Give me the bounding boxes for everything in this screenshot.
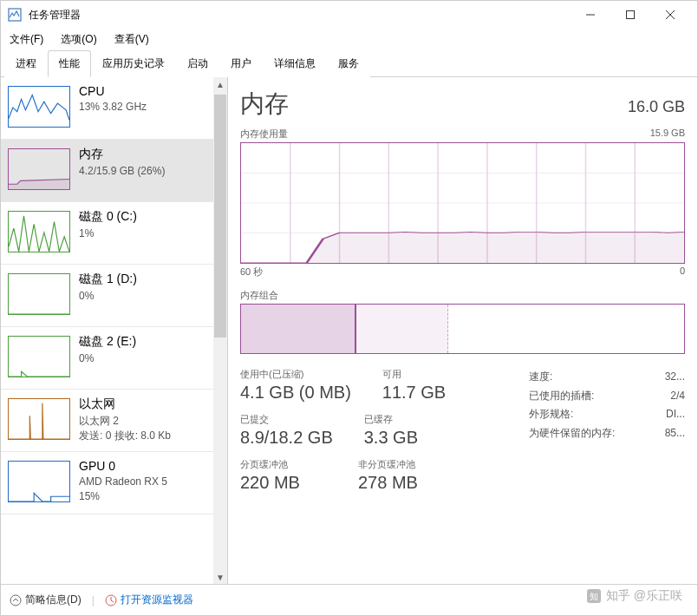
mini-chart-icon (8, 461, 70, 502)
sidebar-item-title: 磁盘 0 (C:) (79, 209, 207, 225)
composition-label: 内存组合 (240, 289, 278, 302)
sidebar-item-sub: 15% (79, 489, 207, 504)
scrollbar-thumb[interactable] (214, 95, 226, 337)
sidebar-item-4[interactable]: 磁盘 2 (E:) 0% (1, 327, 214, 390)
tab-app-history[interactable]: 应用历史记录 (91, 50, 176, 77)
committed-value: 8.9/18.2 GB (240, 428, 333, 448)
mini-chart-icon (8, 86, 70, 128)
main-panel: 内存 16.0 GB 内存使用量 15.9 GB 60 秒 0 内存组合 (228, 77, 697, 584)
tab-startup[interactable]: 启动 (176, 50, 219, 77)
axis-right: 0 (680, 265, 685, 279)
sidebar-item-sub: 13% 3.82 GHz (79, 100, 207, 115)
scroll-down-icon[interactable]: ▼ (213, 570, 227, 584)
menubar: 文件(F) 选项(O) 查看(V) (1, 29, 697, 49)
app-icon (8, 8, 22, 22)
svg-point-18 (10, 595, 21, 606)
sidebar-item-title: 以太网 (79, 396, 207, 412)
sidebar-item-sub: 4.2/15.9 GB (26%) (79, 164, 207, 179)
scroll-up-icon[interactable]: ▲ (213, 77, 227, 91)
tab-bar: 进程 性能 应用历史记录 启动 用户 详细信息 服务 (1, 49, 697, 77)
menu-view[interactable]: 查看(V) (111, 30, 153, 49)
sidebar-item-sub: 发送: 0 接收: 8.0 Kb (79, 429, 207, 443)
window-title: 任务管理器 (29, 8, 571, 23)
speed-label: 速度: (529, 368, 648, 387)
sidebar-item-6[interactable]: GPU 0 AMD Radeon RX 5 15% (1, 452, 214, 514)
sidebar-item-1[interactable]: 内存 4.2/15.9 GB (26%) (1, 140, 214, 202)
resource-monitor-link[interactable]: 打开资源监视器 (105, 593, 193, 607)
tab-performance[interactable]: 性能 (48, 50, 91, 77)
fewer-details-label: 简略信息(D) (25, 593, 82, 607)
sidebar: CPU 13% 3.82 GHz 内存 4.2/15.9 GB (26%) 磁盘… (1, 77, 228, 584)
nonpaged-label: 非分页缓冲池 (358, 458, 445, 471)
inuse-label: 使用中(已压缩) (240, 368, 351, 381)
titlebar: 任务管理器 (1, 1, 697, 29)
svg-marker-17 (241, 232, 684, 263)
zhihu-icon: 知 (587, 589, 601, 603)
sidebar-item-5[interactable]: 以太网 以太网 2 发送: 0 接收: 8.0 Kb (1, 390, 214, 452)
tab-processes[interactable]: 进程 (4, 50, 48, 77)
page-title: 内存 (240, 88, 289, 121)
nonpaged-value: 278 MB (358, 473, 445, 493)
committed-label: 已提交 (240, 413, 333, 426)
tab-users[interactable]: 用户 (219, 50, 263, 77)
tab-details[interactable]: 详细信息 (263, 50, 327, 77)
close-button[interactable] (650, 1, 690, 29)
avail-value: 11.7 GB (382, 383, 469, 403)
inuse-value: 4.1 GB (0 MB) (240, 383, 351, 403)
paged-value: 220 MB (240, 473, 327, 493)
sidebar-item-3[interactable]: 磁盘 1 (D:) 0% (1, 265, 214, 327)
menu-file[interactable]: 文件(F) (6, 30, 47, 49)
sidebar-item-title: 内存 (79, 147, 207, 162)
minimize-button[interactable] (571, 1, 610, 29)
chevron-up-icon (10, 594, 22, 606)
avail-label: 可用 (382, 368, 469, 381)
usage-chart-label: 内存使用量 (240, 128, 288, 141)
sidebar-item-title: 磁盘 1 (D:) (79, 272, 207, 287)
mini-chart-icon (8, 211, 70, 252)
scrollbar[interactable]: ▲ ▼ (213, 77, 227, 584)
sidebar-item-sub: 0% (79, 289, 207, 304)
cached-label: 已缓存 (364, 413, 451, 426)
sidebar-item-title: CPU (79, 84, 207, 98)
mini-chart-icon (8, 336, 70, 377)
slots-value: 2/4 (670, 387, 685, 406)
sidebar-item-title: GPU 0 (79, 459, 207, 473)
sidebar-item-2[interactable]: 磁盘 0 (C:) 1% (1, 202, 214, 265)
sidebar-item-sub: 1% (79, 226, 207, 241)
reserved-value: 85... (665, 424, 685, 443)
axis-left: 60 秒 (240, 265, 263, 279)
resmon-icon (105, 594, 117, 606)
mini-chart-icon (8, 273, 70, 315)
svg-line-21 (111, 600, 114, 602)
reserved-label: 为硬件保留的内存: (529, 424, 648, 443)
menu-options[interactable]: 选项(O) (57, 30, 100, 49)
fewer-details-button[interactable]: 简略信息(D) (10, 593, 82, 607)
svg-text:知: 知 (590, 592, 598, 601)
sidebar-item-title: 磁盘 2 (E:) (79, 334, 207, 350)
sidebar-item-sub: 以太网 2 (79, 414, 207, 429)
form-value: DI... (666, 405, 685, 424)
usage-chart[interactable] (240, 142, 685, 264)
sidebar-item-sub: 0% (79, 351, 207, 366)
mini-chart-icon (8, 148, 70, 190)
maximize-button[interactable] (610, 1, 650, 29)
memory-total: 16.0 GB (628, 98, 685, 116)
paged-label: 分页缓冲池 (240, 458, 327, 471)
composition-chart[interactable] (240, 304, 685, 354)
speed-value: 32... (665, 368, 685, 387)
slots-label: 已使用的插槽: (529, 387, 653, 406)
cached-value: 3.3 GB (364, 428, 451, 448)
resource-monitor-label: 打开资源监视器 (121, 593, 193, 607)
form-label: 外形规格: (529, 405, 649, 424)
mini-chart-icon (8, 398, 70, 440)
memory-details: 速度:32... 已使用的插槽:2/4 外形规格:DI... 为硬件保留的内存:… (529, 368, 685, 503)
sidebar-item-0[interactable]: CPU 13% 3.82 GHz (1, 77, 214, 140)
watermark: 知 知乎 @乐正咲 (587, 588, 682, 604)
tab-services[interactable]: 服务 (327, 50, 370, 77)
sidebar-item-sub: AMD Radeon RX 5 (79, 475, 207, 489)
usage-chart-max: 15.9 GB (650, 128, 685, 141)
svg-rect-2 (627, 11, 635, 19)
